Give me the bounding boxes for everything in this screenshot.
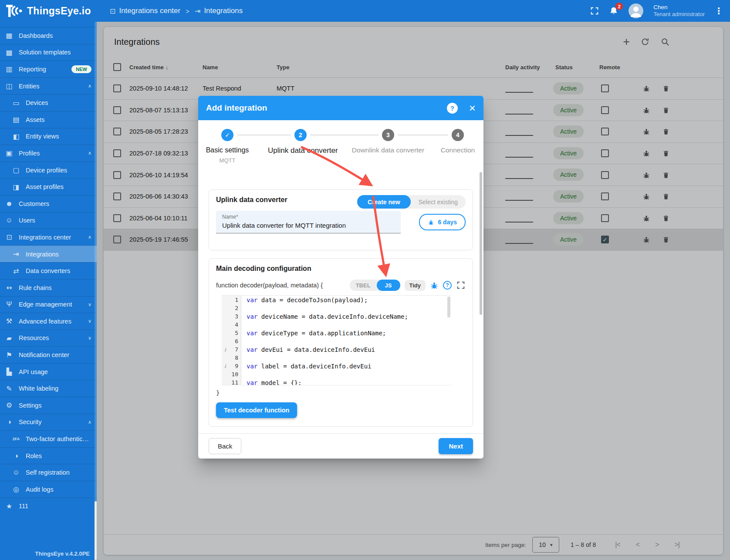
code-editor[interactable]: 1 var data = decodeToJson(payload); 2 3 … <box>222 295 451 385</box>
sidebar-item[interactable]: ⚑ Notification center <box>0 346 97 363</box>
sidebar-item-icon: ▢ <box>12 166 20 174</box>
decoder-closing-brace: } <box>216 389 466 396</box>
code-text: var model = {}; <box>241 378 301 385</box>
notifications-bell[interactable]: 2 <box>609 6 618 16</box>
sidebar-item[interactable]: ⇥ Integrations <box>0 246 97 263</box>
sidebar-item-icon: ▦ <box>5 31 14 40</box>
step-label: Connection <box>429 146 486 154</box>
js-toggle[interactable]: JS <box>377 280 400 291</box>
tidy-button[interactable]: Tidy <box>405 280 426 291</box>
sidebar-item-icon: ▙ <box>5 368 14 376</box>
create-new-toggle[interactable]: Create new <box>357 195 411 209</box>
sidebar-item[interactable]: ◑ Security ∧ <box>0 414 97 431</box>
stepper-step[interactable]: 3 Downlink data converter <box>347 129 429 154</box>
sidebar-item[interactable]: 2FA Two-factor authenticati… <box>0 430 97 447</box>
code-text: var deviceName = data.deviceInfo.deviceN… <box>241 312 408 320</box>
sidebar-item-label: Audit logs <box>26 486 91 493</box>
back-button[interactable]: Back <box>209 438 241 454</box>
sidebar-item-icon: ▣ <box>5 149 14 157</box>
sidebar-item[interactable]: ◫ Entities ∧ <box>0 78 97 94</box>
sidebar-item[interactable]: ▙ API usage <box>0 363 97 380</box>
breadcrumb-integrations-center[interactable]: ⊡ Integrations center <box>110 7 180 15</box>
converter-name-field[interactable]: Name* Uplink data converter for MQTT int… <box>216 211 401 233</box>
sidebar-scrollbar[interactable] <box>95 22 97 560</box>
sidebar-item[interactable]: Ψ Edge management ∨ <box>0 296 97 313</box>
sidebar-item-label: Solution templates <box>19 49 91 56</box>
logo-icon <box>5 4 24 18</box>
kebab-menu-icon[interactable]: ⋮ <box>714 6 723 16</box>
close-icon[interactable]: × <box>469 102 476 114</box>
sidebar-item[interactable]: ▩ Solution templates <box>0 44 97 61</box>
next-button[interactable]: Next <box>439 438 473 454</box>
sidebar-item-icon: ◑ <box>5 418 14 426</box>
sidebar-item-icon: ▥ <box>5 65 14 73</box>
sidebar-item[interactable]: ⚒ Advanced features ∨ <box>0 313 97 330</box>
sidebar-item[interactable]: ▣ Profiles ∧ <box>0 145 97 162</box>
code-text <box>241 354 247 362</box>
decoder-fullscreen-icon[interactable] <box>456 280 466 290</box>
breadcrumb-label: Integrations <box>204 7 243 15</box>
sidebar-item-label: Rule chains <box>19 284 91 291</box>
sidebar-item[interactable]: ⚙ Settings <box>0 397 97 414</box>
sidebar-item-label: Security <box>19 418 84 425</box>
sidebar-item[interactable]: ◨ Asset profiles <box>0 178 97 195</box>
sidebar-item[interactable]: ☺ Users <box>0 212 97 229</box>
sidebar-item[interactable]: ▦ Dashboards <box>0 27 97 44</box>
sidebar-item[interactable]: ⇄ Data converters <box>0 262 97 279</box>
select-existing-toggle[interactable]: Select existing <box>411 199 466 206</box>
sidebar-item[interactable]: ▤ Assets <box>0 111 97 128</box>
sidebar-item-icon: ◎ <box>12 485 20 493</box>
user-info[interactable]: Chen Tenant administrator <box>653 3 705 18</box>
integrations-icon: ⇥ <box>195 7 200 15</box>
sidebar-item[interactable]: ▰ Resources ∨ <box>0 330 97 347</box>
sidebar-item[interactable]: ▥ Reporting NEW <box>0 61 97 78</box>
sidebar-item-label: Edge management <box>19 301 84 308</box>
decoder-help-icon[interactable]: ? <box>443 281 452 290</box>
sidebar-item[interactable]: ☻ Customers <box>0 195 97 212</box>
step-circle: 2 <box>294 129 307 141</box>
sidebar-item[interactable]: ☺ Self registration <box>0 464 97 481</box>
sidebar-item-label: 111 <box>19 503 91 509</box>
breadcrumb-integrations[interactable]: ⇥ Integrations <box>195 7 243 15</box>
modal-scrollbar[interactable] <box>480 172 482 315</box>
stepper-step[interactable]: ✓ Basic settings MQTT <box>201 129 253 164</box>
avatar[interactable] <box>628 3 644 19</box>
sidebar-item-label: API usage <box>19 368 91 375</box>
sidebar-item[interactable]: ★ 111 <box>0 498 97 515</box>
sidebar-item-label: Customers <box>19 200 91 207</box>
name-field-label: Name* <box>222 214 395 220</box>
code-line: 2 <box>222 304 451 312</box>
editor-scrollbar[interactable] <box>447 297 450 317</box>
sidebar-item[interactable]: ◎ Audit logs <box>0 481 97 498</box>
days-chip-label: 6 days <box>438 219 457 226</box>
sidebar-item[interactable]: ✎ White labeling <box>0 380 97 397</box>
dialog-header: Add integration ? × <box>198 96 483 120</box>
fullscreen-icon[interactable] <box>590 6 599 16</box>
sidebar-item[interactable]: ↭ Rule chains <box>0 279 97 296</box>
sidebar-item-label: Advanced features <box>19 318 84 325</box>
app-logo[interactable]: ThingsEye.io <box>0 4 103 18</box>
sidebar-item[interactable]: ◑ Roles <box>0 447 97 464</box>
sidebar-scrollbar-thumb[interactable] <box>95 501 97 560</box>
line-number: 3 <box>229 313 241 320</box>
user-role: Tenant administrator <box>653 11 705 18</box>
stepper-step[interactable]: 2 Uplink data converter <box>268 129 333 155</box>
decoder-signature: function decoder(payload, metadata) { <box>216 282 323 289</box>
stepper-step[interactable]: 4 Connection <box>429 129 486 154</box>
sidebar-item[interactable]: ⊡ Integrations center ∧ <box>0 229 97 246</box>
sidebar-item[interactable]: ▭ Devices <box>0 94 97 111</box>
tbel-toggle[interactable]: TBEL <box>350 282 377 289</box>
sidebar-item-icon: ⇥ <box>12 250 20 258</box>
sidebar-item[interactable]: ▢ Device profiles <box>0 162 97 179</box>
chevron-icon: ∨ <box>88 318 91 324</box>
step-circle: ✓ <box>221 129 233 141</box>
debug-days-chip[interactable]: 6 days <box>419 214 466 230</box>
code-text: var data = decodeToJson(payload); <box>241 296 368 304</box>
sidebar-item-label: Profiles <box>19 150 84 157</box>
sidebar-item-icon: ⇄ <box>12 267 20 275</box>
test-decoder-button[interactable]: Test decoder function <box>216 402 297 418</box>
app-version: ThingsEye v.4.2.0PE <box>35 550 90 557</box>
debug-decoder-icon[interactable] <box>430 281 439 290</box>
help-icon[interactable]: ? <box>447 103 458 114</box>
sidebar-item[interactable]: ◧ Entity views <box>0 128 97 145</box>
